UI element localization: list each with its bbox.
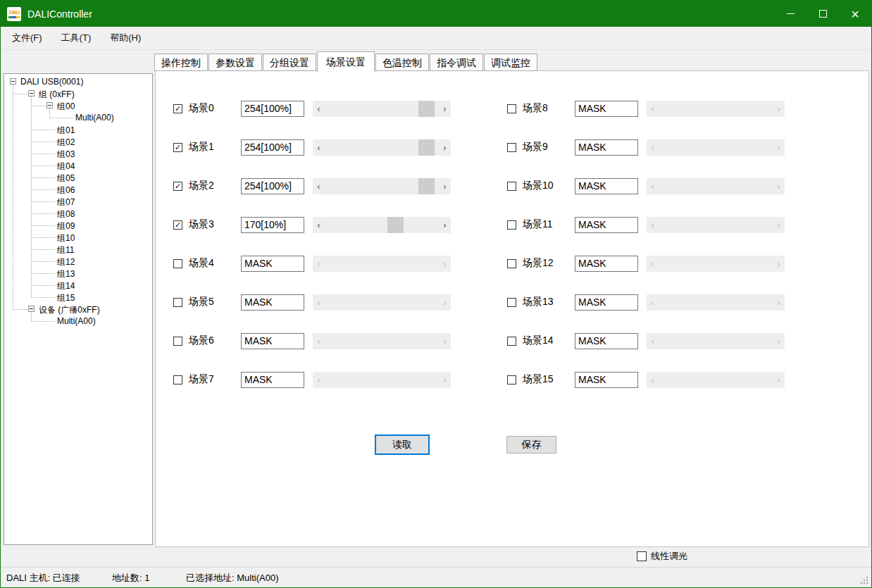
- tree-node-group-03[interactable]: 组03: [4, 148, 152, 160]
- tab-scene-settings[interactable]: 场景设置: [317, 51, 375, 72]
- tree-expander-icon[interactable]: [10, 78, 16, 85]
- scene-value-input-scene-6[interactable]: [241, 333, 304, 349]
- read-button[interactable]: 读取: [375, 434, 430, 455]
- scene-slider-scene-3[interactable]: ‹›: [313, 217, 451, 233]
- scroll-track[interactable]: [325, 139, 439, 156]
- tree-expander-icon[interactable]: [46, 102, 53, 108]
- scene-checkbox-scene-5[interactable]: [173, 298, 182, 307]
- scene-value-input-scene-14[interactable]: [575, 333, 638, 349]
- tab-parameter-settings[interactable]: 参数设置: [208, 54, 262, 71]
- scene-checkbox-scene-9[interactable]: [507, 143, 516, 152]
- tree-node-group-13[interactable]: 组13: [4, 268, 152, 280]
- close-button[interactable]: ×: [839, 1, 871, 27]
- tree-guide: [31, 249, 55, 250]
- tree-node-dali-usb-0001[interactable]: DALI USB(0001): [4, 76, 152, 88]
- scroll-right-arrow-icon[interactable]: ›: [439, 217, 451, 233]
- scene-value-input-scene-5[interactable]: [241, 294, 304, 311]
- tree-node-multi-a00[interactable]: Multi(A00): [4, 112, 152, 124]
- tree-node-group-12[interactable]: 组12: [4, 256, 152, 268]
- scroll-thumb[interactable]: [387, 217, 404, 233]
- tab-command-debug[interactable]: 指令调试: [430, 54, 483, 71]
- scene-checkbox-scene-3[interactable]: ✓: [173, 220, 182, 230]
- scene-value-input-scene-7[interactable]: [241, 372, 304, 388]
- scroll-right-arrow-icon[interactable]: ›: [439, 139, 451, 156]
- device-tree[interactable]: DALI USB(0001)组 (0xFF)组00Multi(A00)组01组0…: [4, 73, 153, 545]
- tree-node-group-10[interactable]: 组10: [4, 232, 152, 244]
- scene-value-input-scene-9[interactable]: [575, 139, 638, 156]
- menu-item-tools[interactable]: 工具(T): [61, 32, 92, 44]
- scene-slider-scene-12: ‹›: [647, 256, 785, 272]
- tree-node-group-11[interactable]: 组11: [4, 244, 152, 256]
- save-button[interactable]: 保存: [506, 436, 556, 453]
- titlebar[interactable]: DALI DALIController ×: [1, 1, 871, 27]
- scene-slider-scene-15: ‹›: [647, 372, 785, 388]
- scene-checkbox-scene-15[interactable]: [507, 375, 516, 384]
- tab-operation-control[interactable]: 操作控制: [154, 54, 208, 71]
- scroll-right-arrow-icon[interactable]: ›: [439, 101, 451, 117]
- resize-grip[interactable]: [859, 575, 868, 584]
- scene-checkbox-scene-1[interactable]: ✓: [173, 143, 182, 152]
- tab-debug-monitor[interactable]: 调试监控: [484, 54, 537, 71]
- scroll-track: [659, 178, 773, 194]
- scene-value-input-scene-11[interactable]: [575, 217, 638, 233]
- scene-value-input-scene-2[interactable]: [241, 178, 304, 194]
- scene-checkbox-scene-2[interactable]: ✓: [173, 182, 182, 191]
- tree-node-group-06[interactable]: 组06: [4, 184, 152, 196]
- tree-expander-icon[interactable]: [28, 90, 35, 96]
- scroll-track[interactable]: [325, 101, 439, 117]
- tree-node-group-root-0xff[interactable]: 组 (0xFF): [4, 88, 152, 100]
- tree-expander-icon[interactable]: [28, 306, 35, 312]
- scene-checkbox-scene-0[interactable]: ✓: [173, 104, 182, 113]
- scene-value-input-scene-12[interactable]: [575, 256, 638, 272]
- scene-value-input-scene-3[interactable]: [241, 217, 304, 233]
- scene-value-input-scene-15[interactable]: [575, 372, 638, 388]
- tree-node-group-07[interactable]: 组07: [4, 196, 152, 208]
- scene-checkbox-scene-4[interactable]: [173, 259, 182, 268]
- scene-checkbox-scene-7[interactable]: [173, 375, 182, 384]
- scene-slider-scene-0[interactable]: ‹›: [313, 101, 451, 117]
- tree-node-group-00[interactable]: 组00: [4, 100, 152, 112]
- tree-node-group-04[interactable]: 组04: [4, 160, 152, 172]
- tree-node-group-02[interactable]: 组02: [4, 136, 152, 148]
- tree-node-group-08[interactable]: 组08: [4, 208, 152, 220]
- scene-checkbox-scene-14[interactable]: [507, 337, 516, 346]
- scroll-track[interactable]: [325, 217, 439, 233]
- tab-color-temp-control[interactable]: 色温控制: [375, 54, 429, 71]
- tree-node-group-05[interactable]: 组05: [4, 172, 152, 184]
- scene-value-input-scene-1[interactable]: [241, 139, 304, 156]
- tree-node-group-14[interactable]: 组14: [4, 280, 152, 292]
- scroll-thumb[interactable]: [418, 139, 435, 156]
- minimize-button[interactable]: [774, 1, 806, 27]
- scene-checkbox-scene-6[interactable]: [173, 337, 182, 346]
- scroll-thumb[interactable]: [418, 101, 435, 117]
- scene-value-input-scene-8[interactable]: [575, 101, 638, 117]
- scene-slider-scene-1[interactable]: ‹›: [313, 139, 451, 156]
- scene-value-input-scene-0[interactable]: [241, 101, 304, 117]
- scene-value-input-scene-4[interactable]: [241, 256, 304, 272]
- scroll-right-arrow-icon[interactable]: ›: [439, 178, 451, 194]
- scene-checkbox-scene-13[interactable]: [507, 298, 516, 307]
- scroll-left-arrow-icon[interactable]: ‹: [313, 217, 325, 233]
- tab-grouping-settings[interactable]: 分组设置: [263, 54, 316, 71]
- tree-node-group-09[interactable]: 组09: [4, 220, 152, 232]
- scene-checkbox-scene-8[interactable]: [507, 104, 516, 113]
- tree-node-group-15[interactable]: 组15: [4, 292, 152, 304]
- linear-dimming-checkbox[interactable]: [637, 551, 647, 561]
- scene-checkbox-scene-12[interactable]: [507, 259, 516, 268]
- scroll-left-arrow-icon[interactable]: ‹: [313, 178, 325, 194]
- tree-node-device-multi-a00[interactable]: Multi(A00): [4, 315, 152, 327]
- tree-node-device-broadcast-0xff[interactable]: 设备 (广播0xFF): [4, 304, 152, 315]
- menu-item-help[interactable]: 帮助(H): [110, 32, 141, 44]
- scene-value-input-scene-10[interactable]: [575, 178, 638, 194]
- menu-item-file[interactable]: 文件(F): [12, 32, 42, 44]
- scroll-left-arrow-icon[interactable]: ‹: [313, 101, 325, 117]
- scene-slider-scene-2[interactable]: ‹›: [313, 178, 451, 194]
- scene-checkbox-scene-11[interactable]: [507, 220, 516, 230]
- scroll-track[interactable]: [325, 178, 439, 194]
- maximize-button[interactable]: [806, 1, 839, 27]
- scroll-thumb[interactable]: [418, 178, 435, 194]
- tree-node-group-01[interactable]: 组01: [4, 124, 152, 136]
- scroll-left-arrow-icon[interactable]: ‹: [313, 139, 325, 156]
- scene-checkbox-scene-10[interactable]: [507, 182, 516, 191]
- scene-value-input-scene-13[interactable]: [575, 294, 638, 311]
